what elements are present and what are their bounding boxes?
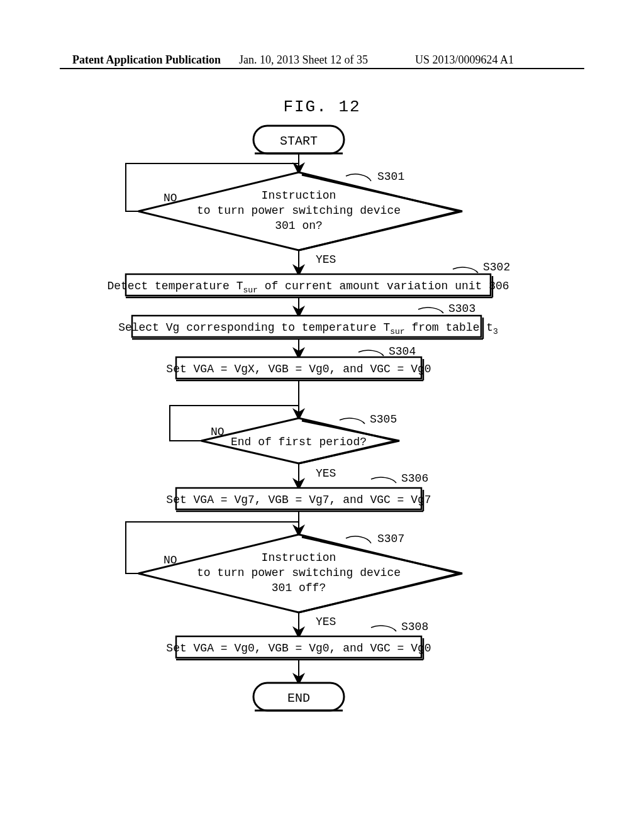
end-label: END xyxy=(287,691,310,706)
s301-line1: Instruction xyxy=(262,189,336,202)
s305-yes: YES xyxy=(316,467,336,480)
s307-yes: YES xyxy=(316,616,336,628)
s305-text: End of first period? xyxy=(231,436,367,448)
s307-line1: Instruction xyxy=(262,551,336,564)
page: Patent Application Publication Jan. 10, … xyxy=(0,0,644,830)
s305-no: NO xyxy=(211,426,225,438)
flowchart: START Instruction to turn power switchin… xyxy=(69,119,572,805)
s301-no: NO xyxy=(164,192,177,204)
figure-number: FIG. 12 xyxy=(0,97,644,116)
header-center: Jan. 10, 2013 Sheet 12 of 35 xyxy=(239,53,368,67)
s301-line2: to turn power switching device xyxy=(197,204,401,217)
s301-tag: S301 xyxy=(377,170,404,183)
header-rule xyxy=(60,68,584,69)
s306-tag: S306 xyxy=(401,472,428,485)
header-right: US 2013/0009624 A1 xyxy=(415,53,514,67)
s307-line3: 301 off? xyxy=(272,582,326,594)
decision-s307: Instruction to turn power switching devi… xyxy=(138,533,462,612)
process-s302: Detect temperature Tsur of current amoun… xyxy=(107,261,510,297)
s306-text: Set VGA = Vg7, VGB = Vg7, and VGC = Vg7 xyxy=(166,494,431,506)
terminal-end: END xyxy=(253,683,344,711)
s307-no: NO xyxy=(164,554,177,567)
s301-line3: 301 on? xyxy=(275,219,323,232)
header-left: Patent Application Publication xyxy=(72,53,221,67)
s308-tag: S308 xyxy=(401,621,428,633)
s303-tag: S303 xyxy=(448,302,475,315)
s304-tag: S304 xyxy=(389,345,416,358)
s307-line2: to turn power switching device xyxy=(197,567,401,579)
s308-text: Set VGA = Vg0, VGB = Vg0, and VGC = Vg0 xyxy=(166,642,431,655)
s305-tag: S305 xyxy=(370,413,397,426)
decision-s301: Instruction to turn power switching devi… xyxy=(138,170,462,250)
process-s303: Select Vg corresponding to temperature T… xyxy=(118,302,498,339)
start-label: START xyxy=(280,134,318,148)
s304-text: Set VGA = VgX, VGB = Vg0, and VGC = Vg0 xyxy=(166,363,431,375)
s301-yes: YES xyxy=(316,253,336,266)
s307-tag: S307 xyxy=(377,533,404,545)
terminal-start: START xyxy=(253,126,344,153)
decision-s305: End of first period? S305 xyxy=(201,413,399,463)
s302-tag: S302 xyxy=(483,261,510,274)
